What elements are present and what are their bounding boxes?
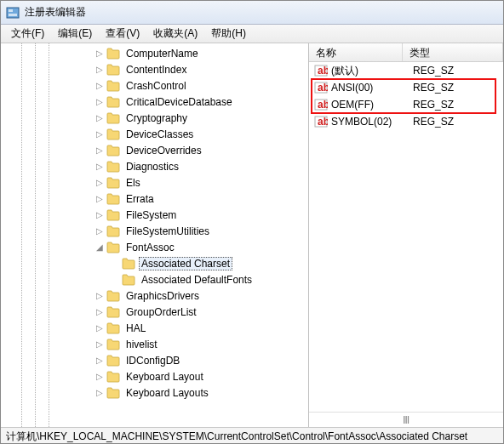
expand-icon[interactable]: ▷ [94,339,105,350]
app-icon [6,6,20,20]
value-name: OEM(FF) [331,99,413,111]
expand-icon[interactable]: ▷ [94,372,105,382]
tree-label: Associated Charset [139,257,232,270]
tree-label: ContentIndex [123,63,189,77]
tree-item[interactable]: ▷FileSystemUtilities [1,223,308,239]
tree-item[interactable]: ▷Errata [1,191,308,207]
svg-text:ab: ab [318,82,328,94]
tree-item[interactable]: ▷IDConfigDB [1,352,308,368]
value-name: (默认) [331,64,413,78]
tree-item[interactable]: ▷GraphicsDrivers [1,287,308,304]
tree-label: Errata [123,192,157,206]
svg-rect-1 [9,9,13,12]
menubar: 文件(F) 编辑(E) 查看(V) 收藏夹(A) 帮助(H) [1,25,503,43]
list-body: ab(默认)REG_SZabANSI(00)REG_SZabOEM(FF)REG… [309,62,503,412]
statusbar: 计算机\HKEY_LOCAL_MACHINE\SYSTEM\CurrentCon… [1,427,503,444]
expand-icon[interactable]: ▷ [94,307,105,317]
expand-icon[interactable]: ▷ [94,226,105,236]
list-row[interactable]: abSYMBOL(02)REG_SZ [309,113,503,130]
tree-label: CrashControl [123,79,189,93]
tree-item[interactable]: Associated DefaultFonts [1,271,308,287]
expand-icon[interactable]: ▷ [94,194,105,204]
list-panel: 名称 类型 ab(默认)REG_SZabANSI(00)REG_SZabOEM(… [309,43,503,427]
window-title: 注册表编辑器 [25,5,86,20]
tree-item[interactable]: ▷ContentIndex [1,61,308,77]
expand-icon[interactable]: ▷ [94,356,105,366]
value-type: REG_SZ [413,116,503,128]
tree-item[interactable]: ▷Keyboard Layout [1,368,308,384]
tree-item[interactable]: ◢FontAssoc [1,239,308,255]
value-name: ANSI(00) [331,82,413,94]
tree-item[interactable]: ▷Els [1,174,308,191]
list-row[interactable]: abANSI(00)REG_SZ [309,79,503,96]
list-header: 名称 类型 [309,43,503,62]
menu-help[interactable]: 帮助(H) [204,25,253,43]
expand-icon[interactable]: ▷ [94,65,105,75]
svg-text:ab: ab [318,99,328,111]
tree-item[interactable]: ▷Diagnostics [1,158,308,174]
tree: ▷ComputerName▷ContentIndex▷CrashControl▷… [1,43,308,402]
tree-label: FileSystem [123,208,179,222]
menu-edit[interactable]: 编辑(E) [51,25,99,43]
value-type: REG_SZ [413,65,503,77]
expand-icon[interactable]: ▷ [94,388,105,398]
tree-item[interactable]: ▷DeviceOverrides [1,142,308,158]
expand-icon[interactable]: ▷ [94,210,105,220]
tree-label: ComputerName [123,47,201,60]
titlebar: 注册表编辑器 [1,1,503,25]
status-path: 计算机\HKEY_LOCAL_MACHINE\SYSTEM\CurrentCon… [6,430,467,442]
tree-label: FontAssoc [123,241,177,254]
expand-icon[interactable]: ▷ [94,178,105,188]
tree-label: Diagnostics [123,160,181,174]
tree-item[interactable]: ▷hivelist [1,336,308,352]
tree-panel[interactable]: ▷ComputerName▷ContentIndex▷CrashControl▷… [1,43,309,427]
tree-label: Els [123,176,143,190]
tree-item[interactable]: ▷FileSystem [1,207,308,223]
header-type[interactable]: 类型 [403,43,503,61]
tree-label: Keyboard Layouts [123,386,211,400]
header-name[interactable]: 名称 [309,43,403,61]
tree-label: FileSystemUtilities [123,225,212,238]
expand-icon[interactable]: ▷ [94,97,105,107]
tree-label: IDConfigDB [123,354,182,367]
menu-file[interactable]: 文件(F) [4,25,51,43]
list-row[interactable]: abOEM(FF)REG_SZ [309,96,503,113]
expand-icon[interactable]: ▷ [94,113,105,123]
content-area: ▷ComputerName▷ContentIndex▷CrashControl▷… [1,43,503,427]
svg-rect-0 [7,8,19,18]
footer-mark: Ⅲ [403,414,410,426]
expand-icon[interactable]: ▷ [94,291,105,301]
tree-label: CriticalDeviceDatabase [123,95,235,109]
tree-label: GraphicsDrivers [123,289,202,303]
tree-item[interactable]: ▷GroupOrderList [1,304,308,320]
list-row[interactable]: ab(默认)REG_SZ [309,62,503,79]
expand-icon[interactable]: ▷ [94,162,105,172]
expand-icon[interactable] [110,259,120,269]
tree-item[interactable]: ▷ComputerName [1,45,308,61]
tree-item[interactable]: ▷CriticalDeviceDatabase [1,94,308,110]
expand-icon[interactable]: ◢ [94,242,105,253]
expand-icon[interactable]: ▷ [94,145,105,156]
tree-label: Associated DefaultFonts [139,273,255,287]
expand-icon[interactable] [110,275,120,285]
tree-item[interactable]: ▷CrashControl [1,77,308,94]
tree-label: hivelist [123,338,160,351]
expand-icon[interactable]: ▷ [94,323,105,333]
value-type: REG_SZ [413,99,503,111]
tree-item[interactable]: ▷HAL [1,320,308,336]
tree-label: Keyboard Layout [123,370,206,384]
tree-label: DeviceOverrides [123,144,204,157]
tree-item[interactable]: ▷Keyboard Layouts [1,384,308,401]
tree-label: HAL [123,322,148,335]
expand-icon[interactable]: ▷ [94,129,105,139]
value-type: REG_SZ [413,82,503,94]
tree-item[interactable]: ▷Cryptography [1,110,308,126]
expand-icon[interactable]: ▷ [94,48,105,59]
menu-view[interactable]: 查看(V) [99,25,146,43]
list-footer: Ⅲ [309,412,503,427]
tree-item[interactable]: ▷DeviceClasses [1,126,308,142]
menu-favorites[interactable]: 收藏夹(A) [146,25,204,43]
svg-rect-2 [9,14,17,16]
expand-icon[interactable]: ▷ [94,81,105,91]
tree-item[interactable]: Associated Charset [1,255,308,271]
